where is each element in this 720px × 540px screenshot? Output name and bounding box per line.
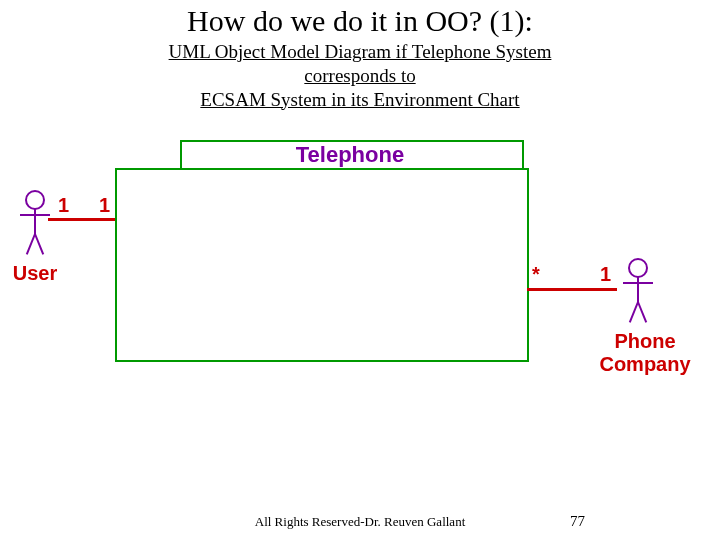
actor-arms-icon	[20, 214, 50, 216]
actor-body-icon	[34, 208, 36, 236]
assoc-telephone-phonecompany	[527, 288, 617, 291]
actor-phone-company-label: Phone Company	[590, 330, 700, 376]
page-number: 77	[570, 513, 585, 530]
actor-leg-icon	[637, 302, 647, 323]
diagram-canvas: Telephone User 1 1 Phone Company * 1	[0, 0, 720, 540]
actor-head-icon	[25, 190, 45, 210]
actor-body-icon	[637, 276, 639, 304]
mult-user-side: 1	[58, 194, 69, 217]
actor-user	[15, 190, 55, 270]
slide-footer: All Rights Reserved-Dr. Reuven Gallant 7…	[0, 514, 720, 530]
assoc-user-telephone	[48, 218, 115, 221]
actor-arms-icon	[623, 282, 653, 284]
class-name-label: Telephone	[180, 142, 520, 168]
copyright-text: All Rights Reserved-Dr. Reuven Gallant	[0, 514, 720, 530]
class-box-body	[115, 168, 529, 362]
actor-leg-icon	[34, 234, 44, 255]
actor-user-label: User	[0, 262, 70, 285]
mult-phonecompany-side: 1	[600, 263, 611, 286]
mult-telephone-right-side: *	[532, 263, 540, 286]
actor-head-icon	[628, 258, 648, 278]
mult-telephone-left-side: 1	[99, 194, 110, 217]
actor-phone-company	[618, 258, 658, 338]
